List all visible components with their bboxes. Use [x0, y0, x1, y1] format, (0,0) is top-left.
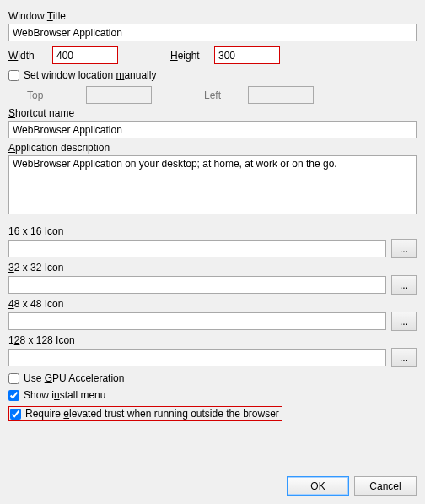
top-input	[86, 86, 152, 104]
set-window-location-checkbox[interactable]	[8, 70, 19, 81]
show-install-menu-checkbox[interactable]	[8, 390, 19, 401]
icon16-label: 16 x 16 Icon	[8, 225, 417, 237]
set-window-location-label: Set window location manually	[24, 69, 156, 81]
width-input[interactable]	[52, 46, 118, 64]
icon32-browse-button[interactable]: ...	[391, 275, 417, 295]
form-area: Window Title Width Height Set window loc…	[8, 7, 417, 469]
window-title-input[interactable]	[8, 24, 417, 41]
window-title-label: Window Title	[8, 10, 417, 22]
ok-button[interactable]: OK	[287, 476, 349, 496]
top-label: Top	[8, 89, 86, 101]
shortcut-name-input[interactable]	[8, 121, 417, 138]
show-install-menu-label: Show install menu	[24, 389, 105, 401]
height-input[interactable]	[214, 46, 280, 64]
icon128-browse-button[interactable]: ...	[391, 348, 417, 367]
use-gpu-label: Use GPU Acceleration	[24, 372, 124, 384]
elevated-trust-highlight: Require elevated trust when running outs…	[8, 406, 282, 421]
icon48-browse-button[interactable]: ...	[391, 312, 417, 331]
icon32-input[interactable]	[8, 276, 386, 294]
icon16-browse-button[interactable]: ...	[391, 239, 417, 258]
app-desc-textarea[interactable]: WebBrowser Application on your desktop; …	[8, 155, 417, 214]
shortcut-name-label: Shortcut name	[8, 107, 417, 119]
width-label: Width	[8, 50, 52, 62]
oob-settings-dialog: Window Title Width Height Set window loc…	[0, 0, 425, 504]
icon32-label: 32 x 32 Icon	[8, 262, 417, 274]
left-input	[248, 86, 314, 104]
left-label: Left	[204, 89, 248, 101]
use-gpu-checkbox[interactable]	[8, 373, 19, 384]
icon48-input[interactable]	[8, 312, 386, 330]
require-elevated-trust-label: Require elevated trust when running outs…	[25, 408, 279, 420]
icon48-label: 48 x 48 Icon	[8, 298, 417, 310]
icon128-label: 128 x 128 Icon	[8, 334, 417, 346]
require-elevated-trust-checkbox[interactable]	[10, 409, 21, 420]
dialog-button-row: OK Cancel	[8, 476, 417, 496]
icon16-input[interactable]	[8, 240, 386, 257]
height-label: Height	[170, 50, 214, 62]
cancel-button[interactable]: Cancel	[354, 476, 417, 496]
app-desc-label: Application description	[8, 142, 417, 154]
icon128-input[interactable]	[8, 349, 386, 366]
